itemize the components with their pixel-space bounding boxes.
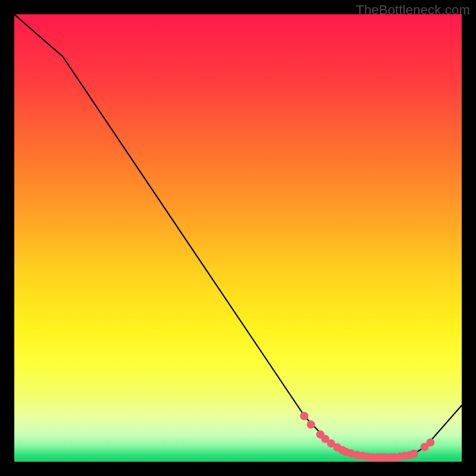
marker-dot [300,412,308,420]
marker-dot [410,449,418,458]
chart-svg [14,14,462,462]
gradient-background [14,14,462,462]
marker-dot [426,439,434,447]
chart-frame: TheBottleneck.com [0,0,476,476]
watermark-text: TheBottleneck.com [356,2,470,18]
marker-dot [307,421,315,429]
plot-area [14,14,462,462]
